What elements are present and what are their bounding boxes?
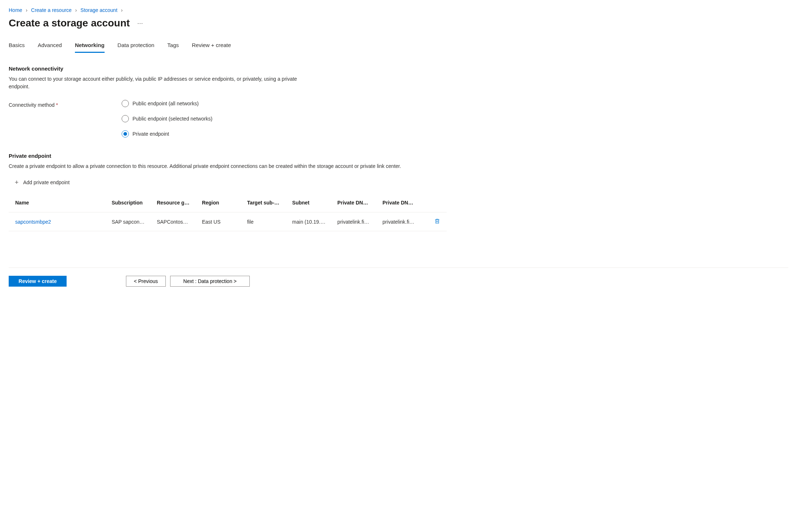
radio-public-all[interactable]: Public endpoint (all networks) [122, 100, 212, 107]
previous-button[interactable]: < Previous [126, 276, 166, 287]
add-private-endpoint-label: Add private endpoint [23, 180, 69, 185]
radio-label: Public endpoint (selected networks) [132, 116, 212, 122]
col-target-sub[interactable]: Target sub-… [244, 196, 289, 212]
col-private-dns1[interactable]: Private DN… [334, 196, 379, 212]
network-connectivity-desc: You can connect to your storage account … [9, 75, 316, 90]
tab-data-protection[interactable]: Data protection [118, 42, 155, 53]
radio-label: Public endpoint (all networks) [132, 101, 199, 106]
footer: Review + create < Previous Next : Data p… [9, 267, 788, 287]
tab-review-create[interactable]: Review + create [192, 42, 231, 53]
tab-networking[interactable]: Networking [75, 42, 105, 53]
radio-public-selected[interactable]: Public endpoint (selected networks) [122, 115, 212, 122]
chevron-right-icon: › [75, 7, 77, 13]
radio-private-endpoint[interactable]: Private endpoint [122, 130, 212, 138]
radio-icon [122, 100, 129, 107]
col-resource-group[interactable]: Resource g… [153, 196, 198, 212]
private-endpoint-table: Name Subscription Resource g… Region Tar… [9, 196, 447, 231]
cell-private-dns2: privatelink.fi… [379, 212, 424, 231]
connectivity-method-label: Connectivity method* [9, 100, 122, 108]
tabs: Basics Advanced Networking Data protecti… [9, 42, 788, 53]
chevron-right-icon: › [121, 7, 123, 13]
cell-subscription: SAP sapcon… [108, 212, 153, 231]
col-region[interactable]: Region [198, 196, 244, 212]
next-button[interactable]: Next : Data protection > [170, 276, 250, 287]
cell-region: East US [198, 212, 244, 231]
breadcrumb: Home › Create a resource › Storage accou… [9, 7, 788, 13]
plus-icon: + [14, 180, 20, 185]
tab-tags[interactable]: Tags [167, 42, 179, 53]
connectivity-method-radio-group: Public endpoint (all networks) Public en… [122, 100, 212, 138]
breadcrumb-home[interactable]: Home [9, 7, 22, 13]
col-subnet[interactable]: Subnet [288, 196, 334, 212]
col-subscription[interactable]: Subscription [108, 196, 153, 212]
cell-private-dns1: privatelink.fi… [334, 212, 379, 231]
col-name[interactable]: Name [9, 196, 108, 212]
cell-subnet: main (10.19.… [288, 212, 334, 231]
review-create-button[interactable]: Review + create [9, 276, 67, 287]
required-star-icon: * [56, 102, 58, 108]
add-private-endpoint-button[interactable]: + Add private endpoint [14, 180, 69, 185]
cell-target-sub: file [244, 212, 289, 231]
more-icon[interactable]: ⋯ [137, 20, 143, 27]
col-private-dns2[interactable]: Private DN… [379, 196, 424, 212]
delete-icon[interactable] [434, 218, 440, 224]
radio-label: Private endpoint [132, 131, 169, 137]
chevron-right-icon: › [26, 7, 28, 13]
cell-name[interactable]: sapcontsmbpe2 [9, 212, 108, 231]
breadcrumb-create-resource[interactable]: Create a resource [31, 7, 72, 13]
network-connectivity-title: Network connectivity [9, 66, 788, 72]
private-endpoint-title: Private endpoint [9, 153, 788, 159]
tab-advanced[interactable]: Advanced [38, 42, 62, 53]
cell-resource-group: SAPContos… [153, 212, 198, 231]
radio-icon [122, 130, 129, 138]
radio-icon [122, 115, 129, 122]
breadcrumb-storage-account[interactable]: Storage account [80, 7, 117, 13]
tab-basics[interactable]: Basics [9, 42, 25, 53]
private-endpoint-desc: Create a private endpoint to allow a pri… [9, 162, 788, 170]
page-title: Create a storage account [9, 17, 130, 29]
table-row[interactable]: sapcontsmbpe2 SAP sapcon… SAPContos… Eas… [9, 212, 447, 231]
